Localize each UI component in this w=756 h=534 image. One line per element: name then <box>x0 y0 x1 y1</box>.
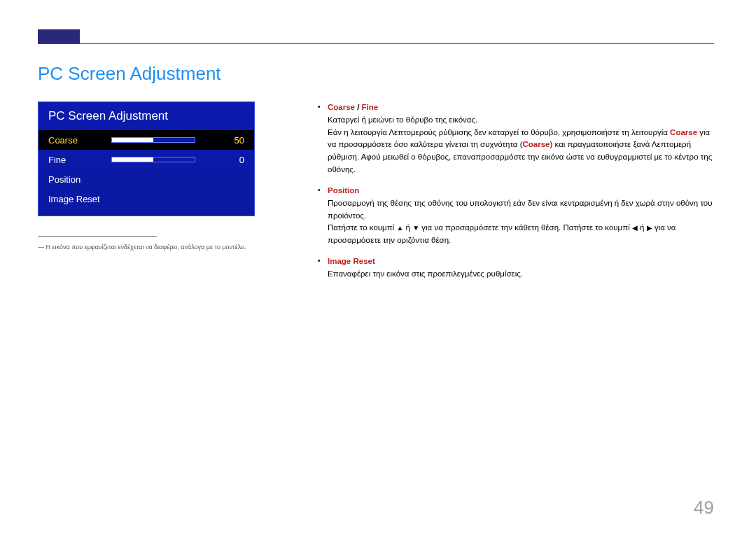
page-number: 49 <box>694 497 714 519</box>
arrow-up-icon: ▲ <box>396 223 403 234</box>
osd-value: 0 <box>216 155 244 165</box>
bullet-list: Coarse / Fine Καταργεί ή μειώνει το θόρυ… <box>316 101 714 281</box>
osd-label: Image Reset <box>48 194 100 204</box>
inline-coarse: Coarse <box>670 128 697 136</box>
left-column: PC Screen Adjustment Coarse 50 Fine 0 Po… <box>38 101 255 251</box>
osd-panel: PC Screen Adjustment Coarse 50 Fine 0 Po… <box>38 101 255 216</box>
term-coarse: Coarse <box>328 103 355 111</box>
osd-value: 50 <box>216 135 244 146</box>
header-side-mark <box>38 29 80 43</box>
para: Επαναφέρει την εικόνα στις προεπιλεγμένε… <box>328 268 714 281</box>
page-heading: PC Screen Adjustment <box>38 63 714 85</box>
osd-row-fine[interactable]: Fine 0 <box>38 150 254 169</box>
osd-slider-fill <box>112 157 153 162</box>
footnote: ― Η εικόνα που εμφανίζεται ενδέχεται να … <box>38 244 255 251</box>
text: Εάν η λειτουργία Λεπτομερούς ρύθμισης δε… <box>328 128 670 136</box>
footnote-text: Η εικόνα που εμφανίζεται ενδέχεται να δι… <box>46 244 246 251</box>
right-column: Coarse / Fine Καταργεί ή μειώνει το θόρυ… <box>316 101 714 289</box>
header-rule <box>38 43 714 44</box>
arrow-left-icon: ◀ <box>632 223 638 234</box>
term-image-reset: Image Reset <box>328 255 714 268</box>
osd-row-coarse[interactable]: Coarse 50 <box>38 130 254 150</box>
osd-title: PC Screen Adjustment <box>38 102 254 130</box>
text: ή <box>403 223 412 232</box>
para: Πατήστε το κουμπί ▲ ή ▼ για να προσαρμόσ… <box>328 222 714 247</box>
term-position: Position <box>328 185 714 197</box>
text: για να προσαρμόσετε την κάθετη θέση. Πατ… <box>419 223 632 232</box>
list-item: Coarse / Fine Καταργεί ή μειώνει το θόρυ… <box>316 101 714 176</box>
osd-label: Position <box>48 174 111 185</box>
arrow-down-icon: ▼ <box>412 223 419 234</box>
para: Προσαρμογή της θέσης της οθόνης του υπολ… <box>328 197 714 223</box>
list-item: Image Reset Επαναφέρει την εικόνα στις π… <box>316 255 714 281</box>
term-sep: / <box>355 103 362 111</box>
para: Καταργεί ή μειώνει το θόρυβο της εικόνας… <box>328 114 714 127</box>
footnote-dash: ― <box>38 244 44 251</box>
text: Πατήστε το κουμπί <box>328 223 396 232</box>
term-fine: Fine <box>362 103 379 111</box>
arrow-right-icon: ▶ <box>647 223 652 234</box>
term-line: Coarse / Fine <box>328 101 714 114</box>
inline-coarse: Coarse <box>523 140 550 148</box>
list-item: Position Προσαρμογή της θέσης της οθόνης… <box>316 185 714 247</box>
columns: PC Screen Adjustment Coarse 50 Fine 0 Po… <box>38 101 714 289</box>
osd-slider[interactable] <box>111 157 195 162</box>
text: ή <box>638 223 647 232</box>
osd-slider[interactable] <box>111 137 195 143</box>
osd-label: Fine <box>48 155 111 165</box>
osd-row-image-reset[interactable]: Image Reset <box>38 189 254 209</box>
para: Εάν η λειτουργία Λεπτομερούς ρύθμισης δε… <box>328 127 714 176</box>
osd-slider-fill <box>112 138 153 142</box>
footnote-separator <box>38 236 157 237</box>
osd-label: Coarse <box>48 135 111 146</box>
osd-row-position[interactable]: Position <box>38 169 254 189</box>
page: PC Screen Adjustment PC Screen Adjustmen… <box>0 0 756 534</box>
